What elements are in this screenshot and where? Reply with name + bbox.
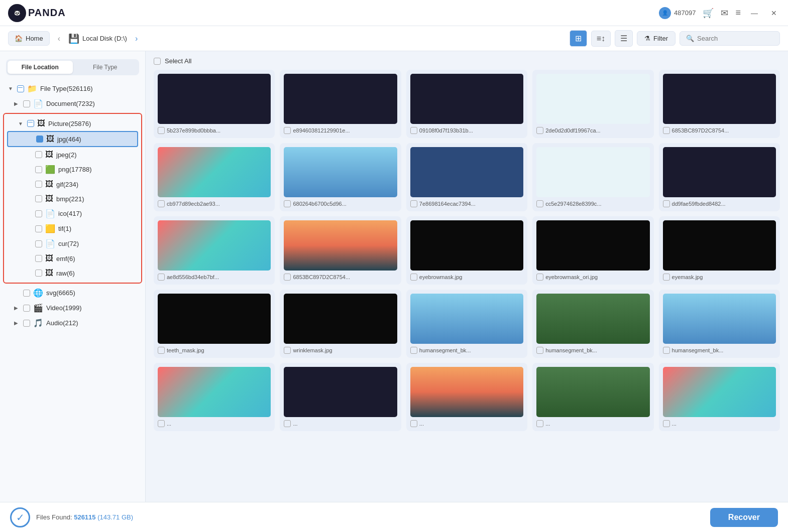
grid-item[interactable]: ...: [154, 363, 275, 431]
tree-item-ico[interactable]: 📄 ico(417): [7, 206, 138, 221]
checkbox-raw[interactable]: [35, 270, 42, 277]
file-checkbox[interactable]: [663, 420, 670, 427]
grid-item[interactable]: 7e8698164ecac7394...: [406, 143, 527, 211]
tree-item-bmp[interactable]: 🖼 bmp(221): [7, 192, 138, 206]
list-sort-button[interactable]: ≡↕: [591, 31, 611, 47]
recover-button[interactable]: Recover: [710, 508, 778, 527]
file-checkbox[interactable]: [663, 200, 670, 207]
home-button[interactable]: 🏠 Home: [8, 31, 50, 46]
tab-file-location[interactable]: File Location: [8, 61, 73, 74]
file-checkbox[interactable]: [158, 274, 165, 281]
filter-button[interactable]: ⚗ Filter: [637, 31, 676, 46]
tree-item-picture[interactable]: ▼ 🖼 Picture(25876): [7, 116, 138, 130]
file-checkbox[interactable]: [536, 347, 543, 354]
select-all-checkbox[interactable]: [154, 58, 161, 65]
grid-item[interactable]: ae8d556bd34eb7bf...: [154, 216, 275, 285]
tree-item-emf[interactable]: 🖼 emf(6): [7, 251, 138, 265]
menu-icon[interactable]: ≡: [735, 8, 741, 18]
file-checkbox[interactable]: [158, 127, 165, 134]
cart-icon[interactable]: 🛒: [703, 8, 714, 19]
checkbox-root[interactable]: [17, 85, 24, 92]
checkbox-jpeg[interactable]: [35, 151, 42, 158]
file-checkbox[interactable]: [536, 274, 543, 281]
file-checkbox[interactable]: [536, 127, 543, 134]
grid-item[interactable]: eyebrowmask_ori.jpg: [532, 216, 653, 285]
tree-item-document[interactable]: ▶ 📄 Document(7232): [3, 96, 142, 111]
checkbox-svg[interactable]: [23, 290, 30, 297]
file-checkbox[interactable]: [158, 347, 165, 354]
file-checkbox[interactable]: [158, 420, 165, 427]
nav-back-button[interactable]: ‹: [54, 32, 64, 45]
checkbox-picture[interactable]: [27, 120, 34, 127]
grid-item[interactable]: humansegment_bk...: [406, 290, 527, 358]
close-button[interactable]: ✕: [768, 8, 780, 18]
grid-item[interactable]: cc5e2974628e8399c...: [532, 143, 653, 211]
checkbox-audio[interactable]: [23, 320, 30, 327]
file-checkbox[interactable]: [536, 200, 543, 207]
search-input[interactable]: [697, 35, 773, 42]
checkbox-gif[interactable]: [35, 181, 42, 188]
grid-item[interactable]: 680264b6700c5d96...: [280, 143, 401, 211]
file-checkbox[interactable]: [410, 200, 417, 207]
tree-item-audio[interactable]: ▶ 🎵 Audio(212): [3, 316, 142, 330]
grid-item[interactable]: dd9fae59fbded8482...: [659, 143, 780, 211]
grid-item[interactable]: ...: [532, 363, 653, 431]
grid-view-button[interactable]: ⊞: [570, 30, 587, 47]
checkbox-video[interactable]: [23, 305, 30, 312]
grid-item[interactable]: eyebrowmask.jpg: [406, 216, 527, 285]
tree-item-gif[interactable]: 🖼 gif(234): [7, 177, 138, 191]
grid-item[interactable]: 6853BC897D2C8754...: [659, 70, 780, 138]
tree-item-cur[interactable]: 📄 cur(72): [7, 236, 138, 251]
file-checkbox[interactable]: [536, 420, 543, 427]
grid-item[interactable]: eyemask.jpg: [659, 216, 780, 285]
tree-item-video[interactable]: ▶ 🎬 Video(1999): [3, 301, 142, 315]
list-view-button[interactable]: ☰: [615, 30, 633, 47]
tree-item-jpg[interactable]: 🖼 jpg(464): [7, 131, 138, 147]
file-checkbox[interactable]: [284, 347, 291, 354]
checkbox-document[interactable]: [23, 100, 30, 107]
grid-item[interactable]: 09108f0d7f193b31b...: [406, 70, 527, 138]
grid-item[interactable]: 6853BC897D2C8754...: [280, 216, 401, 285]
tree-item-svg[interactable]: 🌐 svg(6665): [3, 286, 142, 300]
checkbox-tif[interactable]: [35, 225, 42, 232]
file-checkbox[interactable]: [284, 420, 291, 427]
grid-item[interactable]: ...: [280, 363, 401, 431]
grid-item[interactable]: teeth_mask.jpg: [154, 290, 275, 358]
file-checkbox[interactable]: [158, 200, 165, 207]
search-box[interactable]: 🔍: [680, 31, 780, 46]
minimize-button[interactable]: —: [748, 8, 761, 18]
grid-item[interactable]: cb977d89ecb2ae93...: [154, 143, 275, 211]
file-checkbox[interactable]: [410, 127, 417, 134]
file-checkbox[interactable]: [410, 420, 417, 427]
grid-item[interactable]: humansegment_bk...: [532, 290, 653, 358]
nav-forward-button[interactable]: ›: [131, 32, 142, 45]
checkbox-cur[interactable]: [35, 240, 42, 247]
message-icon[interactable]: ✉: [721, 8, 728, 19]
grid-item[interactable]: humansegment_bk...: [659, 290, 780, 358]
grid-item[interactable]: ...: [659, 363, 780, 431]
tree-item-png[interactable]: 🟩 png(17788): [7, 162, 138, 177]
tree-item-root[interactable]: ▼ 📁 File Type(526116): [3, 81, 142, 96]
file-checkbox[interactable]: [663, 127, 670, 134]
file-checkbox[interactable]: [410, 347, 417, 354]
grid-item[interactable]: 2de0d2d0df19967ca...: [532, 70, 653, 138]
file-checkbox[interactable]: [410, 274, 417, 281]
grid-item[interactable]: ...: [406, 363, 527, 431]
file-checkbox[interactable]: [284, 200, 291, 207]
checkbox-png[interactable]: [35, 166, 42, 173]
grid-item[interactable]: e894603812129901e...: [280, 70, 401, 138]
tree-item-raw[interactable]: 🖼 raw(6): [7, 266, 138, 280]
tree-item-tif[interactable]: 🟨 tif(1): [7, 221, 138, 236]
grid-item[interactable]: wrinklemask.jpg: [280, 290, 401, 358]
checkbox-emf[interactable]: [35, 255, 42, 262]
tab-file-type[interactable]: File Type: [73, 61, 138, 74]
grid-item[interactable]: 5b237e899bd0bbba...: [154, 70, 275, 138]
checkbox-ico[interactable]: [35, 210, 42, 217]
checkbox-bmp[interactable]: [35, 195, 42, 202]
file-checkbox[interactable]: [663, 274, 670, 281]
checkbox-jpg[interactable]: [36, 136, 43, 143]
tree-item-jpeg[interactable]: 🖼 jpeg(2): [7, 148, 138, 162]
file-checkbox[interactable]: [284, 127, 291, 134]
file-checkbox[interactable]: [284, 274, 291, 281]
file-checkbox[interactable]: [663, 347, 670, 354]
